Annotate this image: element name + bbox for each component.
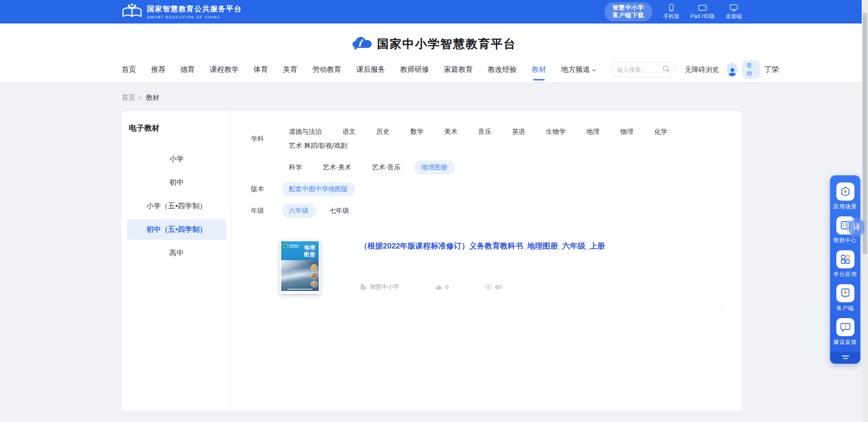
subject-geography[interactable]: 地理: [579, 125, 607, 139]
content-area: 学科 道德与法治 语文 历史 数学 美术 音乐 英语 生物学 地理 物理 化学 …: [232, 111, 742, 411]
local-channel-label: 地方频道: [561, 65, 590, 75]
grade-six[interactable]: 六年级: [282, 204, 316, 218]
sidebar-item-junior[interactable]: 初中: [127, 172, 226, 193]
subject-label: 学科: [251, 135, 271, 143]
version-label: 版本: [251, 185, 271, 193]
version-filter-row: 版本 配套中图中华地图版: [251, 182, 724, 196]
subject-chinese[interactable]: 语文: [335, 125, 363, 139]
client-button[interactable]: 客户端: [830, 284, 860, 312]
nav-item-afterschool[interactable]: 课后服务: [356, 65, 385, 75]
breadcrumb-home[interactable]: 首页: [122, 94, 135, 102]
nav-item-textbooks[interactable]: 教材: [532, 65, 546, 75]
platform-brand[interactable]: 国家中小学智慧教育平台: [0, 23, 868, 52]
nav-item-sports[interactable]: 体育: [254, 65, 268, 75]
subject-art-dance[interactable]: 艺术·舞蹈/影视/戏剧: [282, 139, 354, 153]
subject-art[interactable]: 美术: [437, 125, 465, 139]
subject-art-music[interactable]: 艺术·音乐: [365, 160, 408, 174]
search-icon[interactable]: [662, 65, 670, 75]
open-book-logo-icon: [122, 3, 142, 21]
download-line2: 客户端下载: [613, 12, 644, 19]
publisher-name: 智慧中小学: [370, 283, 399, 291]
cover-emblem: [283, 244, 288, 248]
mobile-version-button[interactable]: 手机版: [663, 4, 679, 20]
sidebar-collapse-button[interactable]: [830, 352, 860, 364]
nav-item-moral[interactable]: 德育: [180, 65, 195, 75]
scrollbar-thumb[interactable]: [863, 13, 867, 254]
scrollbar-track[interactable]: [862, 0, 868, 422]
chevron-down-icon: [592, 66, 596, 74]
textbook-list-item[interactable]: 地理 图册 （根据2022年版课程标准修订）义务教育教科书_地理图册_六年级_上…: [254, 229, 724, 306]
book-meta: 智慧中小学 0 60: [360, 283, 724, 291]
client-download-button[interactable]: 智慧中小学 客户端下载: [604, 2, 652, 21]
nav-item-home[interactable]: 首页: [122, 65, 136, 75]
nav-item-teacher-training[interactable]: 教师研修: [400, 65, 429, 75]
feedback-button[interactable]: 建议反馈: [830, 318, 860, 346]
sidebar-item-junior-54[interactable]: 初中（五•四学制）: [127, 219, 226, 240]
translate-badge[interactable]: 译: [849, 220, 864, 234]
book-title-link[interactable]: （根据2022年版课程标准修订）义务教育教科书_地理图册_六年级_上册: [360, 241, 724, 251]
desktop-version-button[interactable]: 桌面端: [726, 4, 742, 20]
nav-item-local-channel[interactable]: 地方频道: [561, 65, 596, 75]
subject-filter-row-2: 科学 艺术·美术 艺术·音乐 地理图册: [251, 160, 724, 174]
svg-text:?: ?: [845, 223, 848, 228]
sidebar-item-senior[interactable]: 高中: [127, 243, 226, 263]
client-label: 客户端: [830, 305, 860, 312]
likes-count: 0: [445, 284, 448, 291]
breadcrumb: 首页 > 教材: [122, 83, 742, 111]
version-zhongtu[interactable]: 配套中图中华地图版: [282, 182, 355, 196]
accessibility-link[interactable]: 无障碍浏览: [685, 66, 719, 74]
nav-item-aesthetic[interactable]: 美育: [283, 65, 297, 75]
search-input[interactable]: [617, 66, 662, 73]
topbar-logo-subtitle: SMART EDUCATION OF CHINA: [147, 15, 242, 19]
subject-biology[interactable]: 生物学: [539, 125, 573, 139]
subject-art-fine[interactable]: 艺术·美术: [316, 160, 359, 174]
subject-english[interactable]: 英语: [505, 125, 533, 139]
eye-icon: [485, 284, 492, 290]
grade-filter-row: 年级 六年级 七年级: [251, 204, 724, 218]
page: 国家智慧教育公共服务平台 SMART EDUCATION OF CHINA 智慧…: [0, 0, 868, 422]
nav-item-curriculum[interactable]: 课程教学: [210, 65, 239, 75]
user-group: 老师 丁荣: [727, 60, 779, 79]
username[interactable]: 丁荣: [764, 65, 779, 75]
nav-item-recommend[interactable]: 推荐: [151, 65, 165, 75]
subject-geo-atlas[interactable]: 地理图册: [414, 160, 455, 174]
cloud-logo-icon: [352, 35, 373, 52]
subject-math[interactable]: 数学: [403, 125, 431, 139]
subject-physics[interactable]: 物理: [613, 125, 641, 139]
sidebar-item-primary-54[interactable]: 小学（五•四学制）: [127, 196, 226, 216]
pad-version-button[interactable]: Pad HD版: [690, 4, 715, 20]
breadcrumb-separator: >: [139, 94, 142, 101]
subject-morality[interactable]: 道德与法治: [282, 125, 329, 139]
cover-publisher-line: [288, 289, 312, 290]
sidebar-item-primary[interactable]: 小学: [127, 149, 226, 169]
likes-group[interactable]: 0: [435, 284, 448, 291]
cover-emblem-text: [289, 245, 299, 246]
platform-apps-button[interactable]: 平台应用: [830, 250, 860, 278]
nav-item-labor[interactable]: 劳动教育: [312, 65, 341, 75]
cover-photo-circle-1: [311, 264, 317, 271]
help-center-label: 帮助中心: [830, 237, 860, 244]
main-card: 电子教材 小学 初中 小学（五•四学制） 初中（五•四学制） 高中 学科 道德与…: [122, 111, 742, 411]
subject-chemistry[interactable]: 化学: [647, 125, 675, 139]
book-cover-thumbnail[interactable]: 地理 图册: [280, 240, 320, 294]
cover-photo-circle-3: [311, 281, 317, 287]
smart-education-logo[interactable]: 国家智慧教育公共服务平台 SMART EDUCATION OF CHINA: [122, 3, 242, 21]
platform-title: 国家中小学智慧教育平台: [377, 36, 516, 52]
apps-icon: [836, 250, 854, 268]
role-badge[interactable]: 老师: [742, 60, 760, 79]
nav-item-family[interactable]: 家庭教育: [444, 65, 473, 75]
app-scenes-button[interactable]: 应用场景: [830, 183, 860, 211]
subject-science[interactable]: 科学: [282, 160, 309, 174]
views-group: 60: [485, 284, 501, 291]
desktop-icon: [729, 4, 738, 12]
subject-music[interactable]: 音乐: [471, 125, 499, 139]
topbar: 国家智慧教育公共服务平台 SMART EDUCATION OF CHINA 智慧…: [0, 0, 868, 23]
header: 国家中小学智慧教育平台 首页 推荐 德育 课程教学 体育 美育 劳动教育 课后服…: [0, 23, 868, 83]
subject-history[interactable]: 历史: [369, 125, 397, 139]
grade-seven[interactable]: 七年级: [322, 204, 357, 218]
desktop-version-label: 桌面端: [726, 13, 742, 20]
search-box: [611, 62, 676, 77]
avatar[interactable]: [727, 63, 737, 76]
textbook-sidebar: 电子教材 小学 初中 小学（五•四学制） 初中（五•四学制） 高中: [122, 111, 232, 411]
nav-item-reform[interactable]: 教改经验: [488, 65, 517, 75]
